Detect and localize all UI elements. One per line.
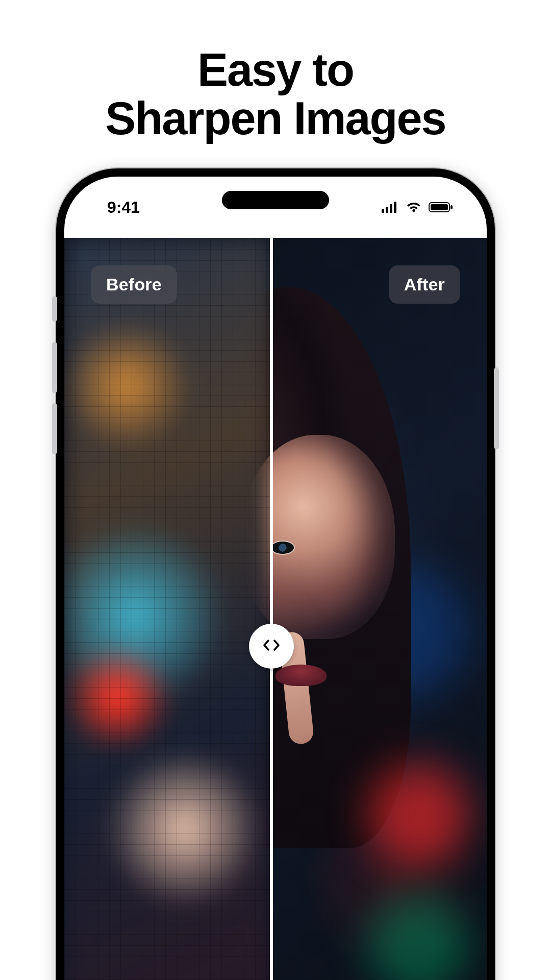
marketing-headline: Easy to Sharpen Images bbox=[0, 0, 551, 142]
compare-arrows-icon bbox=[260, 638, 283, 655]
phone-power-button bbox=[494, 368, 499, 449]
status-time: 9:41 bbox=[107, 198, 140, 217]
svg-rect-2 bbox=[390, 204, 392, 213]
signal-icon bbox=[382, 198, 399, 217]
phone-mute-switch bbox=[52, 296, 57, 322]
compare-slider-handle[interactable] bbox=[249, 624, 294, 669]
compare-divider[interactable] bbox=[270, 238, 273, 980]
battery-icon bbox=[429, 198, 453, 217]
svg-rect-3 bbox=[394, 202, 396, 213]
phone-volume-down bbox=[52, 403, 57, 454]
headline-line-1: Easy to bbox=[0, 46, 551, 94]
phone-frame: 9:41 bbox=[56, 168, 495, 980]
bokeh bbox=[368, 763, 470, 865]
status-icons bbox=[382, 198, 453, 217]
svg-rect-0 bbox=[382, 209, 384, 213]
pixelation-overlay bbox=[64, 238, 271, 980]
svg-rect-5 bbox=[431, 204, 448, 210]
svg-rect-1 bbox=[386, 207, 388, 213]
before-image bbox=[64, 238, 271, 980]
phone-volume-up bbox=[52, 342, 57, 393]
after-label: After bbox=[389, 265, 460, 304]
phone-screen: 9:41 bbox=[64, 177, 487, 980]
portrait-eye bbox=[271, 542, 294, 554]
portrait-lips bbox=[276, 665, 327, 686]
status-bar: 9:41 bbox=[64, 177, 487, 238]
image-compare-viewport: Before After bbox=[64, 238, 487, 980]
wifi-icon bbox=[406, 198, 421, 217]
bokeh bbox=[368, 894, 470, 980]
svg-rect-6 bbox=[450, 205, 453, 209]
headline-line-2: Sharpen Images bbox=[0, 94, 551, 143]
before-label: Before bbox=[91, 265, 177, 304]
